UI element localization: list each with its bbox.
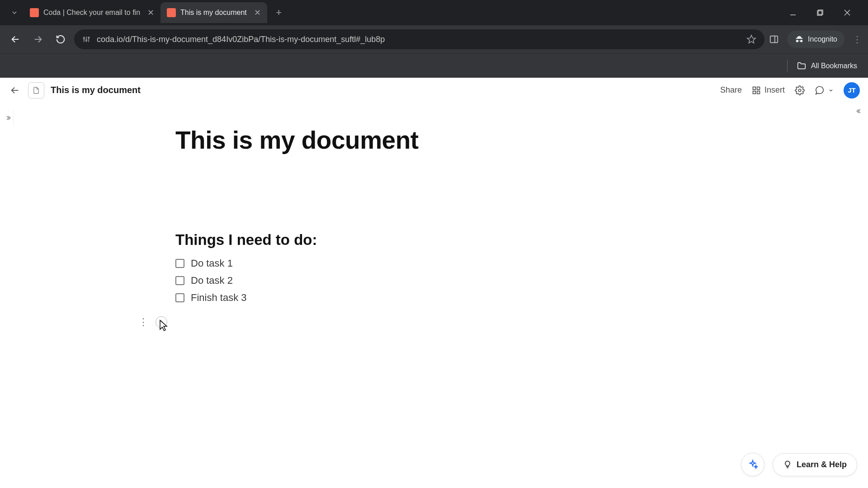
close-icon[interactable]: ✕ — [147, 8, 154, 18]
avatar[interactable]: JT — [844, 82, 860, 99]
minimize-icon[interactable] — [786, 5, 800, 20]
all-bookmarks-button[interactable]: All Bookmarks — [797, 61, 857, 71]
learn-help-button[interactable]: Learn & Help — [773, 453, 857, 476]
incognito-label: Incognito — [808, 35, 837, 43]
browser-tab-1[interactable]: Coda | Check your email to fin ✕ — [24, 2, 160, 23]
svg-point-12 — [88, 37, 90, 38]
settings-button[interactable] — [795, 85, 805, 95]
svg-rect-14 — [770, 36, 778, 43]
comment-icon — [815, 85, 825, 95]
doc-name[interactable]: This is my document — [51, 85, 141, 95]
sparkle-icon — [747, 459, 758, 470]
header-actions: Share Insert JT — [720, 82, 860, 99]
svg-marker-13 — [747, 35, 755, 43]
task-label[interactable]: Finish task 3 — [191, 292, 247, 304]
svg-rect-17 — [753, 87, 755, 89]
checkbox[interactable] — [175, 259, 184, 268]
browser-chrome: Coda | Check your email to fin ✕ This is… — [0, 0, 868, 78]
coda-favicon — [30, 8, 39, 17]
comments-button[interactable] — [815, 85, 834, 95]
line-menu-icon[interactable]: ⋮ — [138, 316, 148, 328]
svg-point-11 — [86, 40, 87, 41]
app-back-button[interactable] — [8, 84, 22, 97]
expand-left-panel[interactable] — [3, 110, 14, 126]
tab-search-dropdown[interactable] — [5, 4, 24, 22]
task-label[interactable]: Do task 1 — [191, 258, 233, 269]
task-label[interactable]: Do task 2 — [191, 275, 233, 286]
bookmark-bar: All Bookmarks — [0, 53, 868, 78]
section-heading[interactable]: Things I need to do: — [175, 231, 868, 249]
address-bar-right: Incognito ⋮ — [769, 31, 862, 48]
incognito-icon — [794, 34, 804, 44]
floating-actions: Learn & Help — [741, 453, 857, 476]
checkbox[interactable] — [175, 276, 184, 285]
tab-bar: Coda | Check your email to fin ✕ This is… — [0, 0, 868, 25]
collapse-right-panel[interactable] — [853, 105, 865, 117]
page-title[interactable]: This is my document — [175, 126, 868, 155]
site-settings-icon[interactable] — [82, 35, 90, 43]
tab-title: This is my document — [180, 9, 247, 17]
new-tab-button[interactable]: + — [271, 5, 287, 21]
reload-button[interactable] — [52, 30, 70, 48]
close-icon[interactable]: ✕ — [254, 8, 261, 18]
coda-app: This is my document Share Insert JT This… — [0, 78, 868, 488]
maximize-icon[interactable] — [813, 5, 827, 20]
task-list: Do task 1 Do task 2 Finish task 3 — [175, 258, 868, 304]
app-header: This is my document Share Insert JT — [0, 78, 868, 103]
line-controls: ⋮ — [138, 316, 167, 328]
incognito-indicator[interactable]: Incognito — [787, 31, 844, 48]
coda-favicon — [167, 8, 176, 17]
ai-assistant-button[interactable] — [741, 453, 764, 476]
divider — [787, 60, 788, 72]
insert-button[interactable]: Insert — [752, 85, 785, 95]
chevron-down-icon — [828, 88, 834, 93]
lightbulb-icon — [783, 460, 792, 469]
browser-menu-icon[interactable]: ⋮ — [853, 34, 862, 45]
svg-point-21 — [798, 89, 801, 92]
browser-tab-2[interactable]: This is my document ✕ — [160, 2, 267, 23]
task-row[interactable]: Finish task 3 — [175, 292, 868, 304]
svg-point-10 — [83, 38, 85, 39]
svg-rect-19 — [753, 91, 755, 94]
back-button[interactable] — [6, 30, 24, 48]
tab-title: Coda | Check your email to fin — [43, 9, 140, 17]
bookmark-star-icon[interactable] — [746, 34, 756, 44]
address-bar: coda.io/d/This-is-my-document_d84Iv0ZibP… — [0, 25, 868, 53]
svg-rect-18 — [757, 87, 760, 89]
window-controls — [786, 5, 863, 20]
task-row[interactable]: Do task 2 — [175, 275, 868, 286]
svg-rect-20 — [757, 91, 760, 94]
checkbox[interactable] — [175, 293, 184, 302]
document-body[interactable]: This is my document Things I need to do:… — [0, 103, 868, 488]
close-window-icon[interactable] — [840, 5, 854, 20]
grid-icon — [752, 86, 761, 95]
gear-icon — [795, 85, 805, 95]
url-text: coda.io/d/This-is-my-document_d84Iv0ZibP… — [97, 35, 740, 44]
folder-icon — [797, 61, 807, 71]
all-bookmarks-label: All Bookmarks — [811, 62, 857, 70]
side-panel-icon[interactable] — [769, 34, 779, 44]
url-input[interactable]: coda.io/d/This-is-my-document_d84Iv0ZibP… — [74, 29, 764, 49]
share-button[interactable]: Share — [720, 85, 742, 95]
forward-button[interactable] — [29, 30, 47, 48]
doc-icon[interactable] — [28, 82, 44, 99]
task-row[interactable]: Do task 1 — [175, 258, 868, 269]
add-block-button[interactable] — [156, 316, 167, 328]
